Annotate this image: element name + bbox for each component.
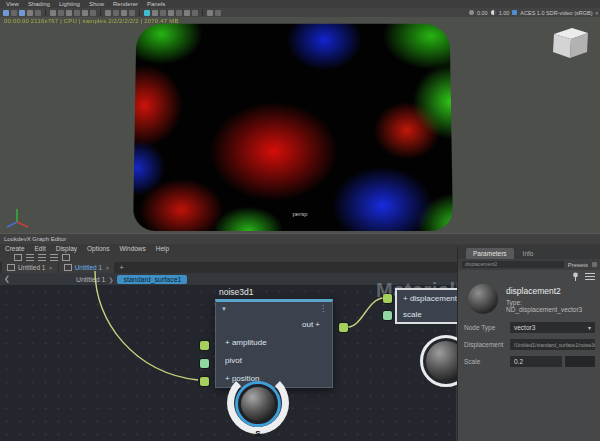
noise-textured-mesh[interactable]: [133, 24, 453, 231]
xray-active-icon[interactable]: [144, 10, 150, 16]
gamma-value[interactable]: 1.00: [499, 10, 510, 16]
chevron-down-icon[interactable]: ▾: [595, 10, 598, 16]
snapshot-icon[interactable]: [207, 10, 213, 16]
toolbar-separator: [100, 9, 101, 16]
focus-icon[interactable]: [592, 262, 597, 267]
align-vertical-icon[interactable]: [50, 254, 58, 261]
scale-port[interactable]: [383, 311, 392, 320]
tab-info[interactable]: Info: [516, 248, 541, 259]
lock-camera-icon[interactable]: [11, 10, 17, 16]
graph-icon: [64, 264, 72, 271]
node-type-field-row: Node Type vector3 ▾: [458, 319, 600, 336]
out-port[interactable]: [339, 323, 348, 332]
cube-object[interactable]: [548, 24, 592, 64]
lights-icon[interactable]: [129, 10, 135, 16]
select-camera-icon[interactable]: [3, 10, 9, 16]
displacement-field-row: Displacement /Untitled1/standard_surface…: [458, 336, 600, 353]
breadcrumb-current[interactable]: standard_surface1: [117, 275, 187, 284]
textured-icon[interactable]: [121, 10, 127, 16]
lookdevx-titlebar[interactable]: LookdevX Graph Editor: [0, 233, 600, 244]
amplitude-port-row[interactable]: + amplitude: [216, 333, 332, 351]
gamma-icon[interactable]: [491, 10, 496, 15]
align-horizontal-icon[interactable]: [38, 254, 46, 261]
wire-to-position[interactable]: [95, 271, 198, 380]
kebab-menu-icon[interactable]: ⋮: [319, 305, 327, 313]
menu-renderer[interactable]: Renderer: [113, 0, 138, 8]
pin-icon[interactable]: [572, 272, 579, 281]
out-port-row[interactable]: out +: [216, 315, 332, 333]
menu-display[interactable]: Display: [56, 245, 77, 252]
menu-options[interactable]: Options: [87, 245, 109, 252]
menu-create[interactable]: Create: [5, 245, 25, 252]
render-icon[interactable]: [215, 10, 221, 16]
node-type-dropdown[interactable]: vector3 ▾: [510, 322, 595, 333]
exposure-icon[interactable]: [469, 10, 474, 15]
exposure-value[interactable]: 0.00: [477, 10, 488, 16]
ao-icon[interactable]: [160, 10, 166, 16]
node-graph-canvas[interactable]: MaterialX noise3d1 ▼ ⋮ out + + amplitude…: [0, 285, 456, 441]
graph-tab-2[interactable]: Untitled 1 ✕: [59, 262, 115, 273]
menu-help[interactable]: Help: [156, 245, 169, 252]
tab-parameters[interactable]: Parameters: [466, 248, 514, 259]
layout-rows-icon[interactable]: [26, 254, 34, 261]
aa-icon[interactable]: [168, 10, 174, 16]
close-icon[interactable]: ✕: [105, 265, 109, 271]
wire-out-to-displacement[interactable]: [348, 298, 384, 327]
gate-mask-icon[interactable]: [74, 10, 80, 16]
menu-lighting[interactable]: Lighting: [59, 0, 80, 8]
film-gate-icon[interactable]: [58, 10, 64, 16]
new-tab-icon[interactable]: [14, 254, 22, 261]
shadows-icon[interactable]: [152, 10, 158, 16]
node-type-value: vector3: [514, 324, 535, 331]
menu-panels[interactable]: Panels: [147, 0, 165, 8]
displacement-port[interactable]: [383, 294, 392, 303]
node-path-field[interactable]: displacement2: [462, 261, 564, 268]
noise3d-node[interactable]: ▼ ⋮ out + + amplitude pivot + position: [215, 299, 333, 388]
shaded-icon[interactable]: [113, 10, 119, 16]
plane-icon[interactable]: [192, 10, 198, 16]
collapse-icon[interactable]: ▼: [221, 306, 227, 312]
menu-show[interactable]: Show: [89, 0, 104, 8]
3d-viewport[interactable]: 00:00:00 2116x767 | CPU | samples 2/2/2/…: [0, 17, 600, 233]
scale-input[interactable]: 0.2: [510, 356, 562, 367]
menu-view[interactable]: View: [6, 0, 19, 8]
wireframe-icon[interactable]: [105, 10, 111, 16]
color-management-icon[interactable]: [512, 10, 517, 15]
grid-icon[interactable]: [50, 10, 56, 16]
selected-node-type: Type: ND_displacement_vector3: [506, 299, 591, 313]
pivot-port-row[interactable]: pivot: [216, 351, 332, 369]
render-stats-hud: 00:00:00 2116x767 | CPU | samples 2/2/2/…: [4, 18, 179, 24]
field-chart-icon[interactable]: [82, 10, 88, 16]
menu-edit[interactable]: Edit: [35, 245, 46, 252]
pivot-port[interactable]: [200, 359, 209, 368]
amplitude-port[interactable]: [200, 341, 209, 350]
panel-actions-row: [458, 270, 600, 282]
tab-label: Untitled 1: [18, 264, 45, 271]
scale-label: Scale: [464, 358, 510, 365]
material-preview-sphere[interactable]: [241, 387, 275, 421]
motion-blur-icon[interactable]: [176, 10, 182, 16]
color-management-controls: 0.00 1.00 ACES 1.0 SDR-video (sRGB) ▾: [469, 8, 598, 17]
add-tab-button[interactable]: +: [119, 263, 124, 272]
node-summary: displacement2 Type: ND_displacement_vect…: [458, 282, 600, 319]
chevron-right-icon: ❯: [108, 276, 113, 283]
image-plane-icon[interactable]: [35, 10, 41, 16]
close-icon[interactable]: ✕: [48, 265, 52, 271]
graph-tab-1[interactable]: Untitled 1 ✕: [2, 262, 58, 273]
scale-slider[interactable]: [565, 356, 595, 367]
safe-action-icon[interactable]: [90, 10, 96, 16]
view-transform-select[interactable]: ACES 1.0 SDR-video (sRGB): [520, 10, 592, 16]
camera-attributes-icon[interactable]: [19, 10, 25, 16]
back-arrow-icon[interactable]: ❮: [4, 275, 10, 283]
position-port[interactable]: [200, 377, 209, 386]
curve-style-icon[interactable]: [62, 254, 70, 261]
displacement-label: Displacement: [464, 341, 510, 348]
displacement-input[interactable]: /Untitled1/standard_surface1/noise3d1.ou…: [510, 339, 595, 350]
isolate-select-icon[interactable]: [184, 10, 190, 16]
menu-shading[interactable]: Shading: [28, 0, 50, 8]
resolution-gate-icon[interactable]: [66, 10, 72, 16]
menu-windows[interactable]: Windows: [119, 245, 145, 252]
presets-button[interactable]: Presets: [568, 262, 588, 268]
bookmark-icon[interactable]: [27, 10, 33, 16]
hamburger-menu-icon[interactable]: [585, 273, 595, 280]
